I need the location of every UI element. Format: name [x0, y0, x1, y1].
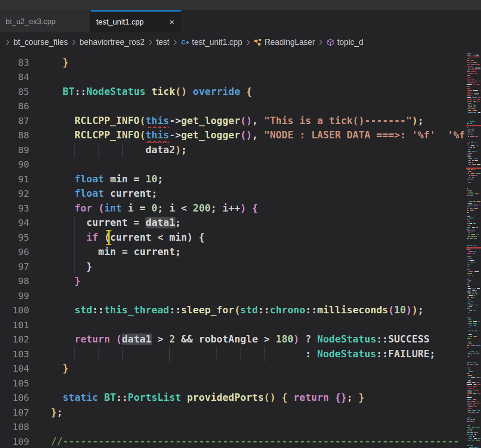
code-line[interactable]: BT::NodeStatus tick() override {: [29, 85, 466, 100]
code-token: ): [412, 305, 418, 316]
code-line[interactable]: [29, 318, 466, 333]
minimap-row: [471, 234, 475, 235]
code-line[interactable]: [29, 70, 466, 85]
line-number[interactable]: 83: [0, 56, 29, 70]
line-number[interactable]: 103: [0, 347, 29, 362]
minimap-row: [467, 421, 469, 422]
line-number[interactable]: 92: [0, 187, 29, 201]
code-line[interactable]: float current;: [29, 187, 466, 201]
minimap-row: [468, 108, 470, 109]
line-number[interactable]: 88: [0, 128, 29, 143]
line-number[interactable]: 105: [0, 376, 29, 391]
breadcrumb-item-bt_course_files[interactable]: bt_course_files: [13, 37, 68, 47]
code-line[interactable]: data2);: [29, 143, 466, 158]
minimap-row: [468, 234, 470, 235]
code-line[interactable]: min = current;: [29, 245, 466, 260]
code-line[interactable]: }: [29, 361, 466, 376]
code-line[interactable]: RCLCPP_INFO(this->get_logger(), "NODE : …: [29, 128, 466, 143]
line-number[interactable]: 102: [0, 332, 29, 347]
tab-test_unit1.cpp[interactable]: test_unit1.cpp×: [91, 10, 181, 32]
editor-line: 89 data2);: [0, 143, 466, 158]
line-number[interactable]: 94: [0, 216, 29, 230]
code-line[interactable]: for (int i = 0; i < 200; i++) {: [29, 201, 466, 216]
breadcrumb-item-behaviortree_ros2[interactable]: behaviortree_ros2: [80, 37, 145, 47]
code-line[interactable]: RCLCPP_INFO(this->get_logger(), "This is…: [29, 114, 466, 129]
code-line[interactable]: std::this_thread::sleep_for(std::chrono:…: [29, 303, 466, 318]
line-number[interactable]: 101: [0, 318, 29, 333]
minimap-row: [467, 417, 470, 418]
line-number[interactable]: 108: [0, 420, 29, 435]
code-line[interactable]: : NodeStatus::FAILURE;: [29, 347, 466, 362]
code-line[interactable]: [29, 420, 466, 435]
breadcrumb-label: topic_d: [337, 37, 363, 47]
minimap-row: [467, 397, 472, 398]
line-number[interactable]: 90: [0, 157, 29, 172]
code-line[interactable]: float min = 10;: [29, 172, 466, 187]
code-line[interactable]: [29, 289, 466, 304]
line-number[interactable]: 98: [0, 274, 29, 289]
minimap[interactable]: [466, 52, 481, 448]
code-line[interactable]: static BT::PortsList providedPorts() { r…: [29, 391, 466, 405]
line-number[interactable]: 106: [0, 391, 29, 405]
line-number[interactable]: 104: [0, 361, 29, 376]
code-line[interactable]: if (current < min) {: [29, 230, 466, 245]
minimap-row: [467, 260, 469, 261]
code-line[interactable]: [29, 157, 466, 172]
code-line[interactable]: //--------------------------------------…: [29, 435, 466, 448]
line-number[interactable]: 91: [0, 172, 29, 187]
breadcrumb-item-test[interactable]: test: [156, 37, 169, 47]
line-number[interactable]: 84: [0, 70, 29, 85]
code-line[interactable]: [29, 376, 466, 391]
line-number[interactable]: 85: [0, 85, 29, 100]
code-token: (): [175, 86, 187, 97]
tab-close-icon[interactable]: ×: [169, 18, 174, 26]
code-token: std: [240, 305, 258, 316]
minimap-row: [473, 90, 478, 91]
indent-guide: [51, 289, 51, 304]
code-line[interactable]: current = data1;: [29, 216, 466, 230]
minimap-row: [472, 290, 476, 291]
minimap-row: [467, 206, 469, 207]
minimap-row: [469, 271, 473, 272]
minimap-row: [467, 210, 468, 211]
code-text: float current;: [51, 188, 157, 199]
code-line[interactable]: }: [29, 274, 466, 289]
code-editor[interactable]: ");83 }8485 BT::NodeStatus tick() overri…: [0, 52, 466, 448]
minimap-row: [466, 247, 481, 249]
minimap-row: [469, 334, 472, 335]
line-number[interactable]: 89: [0, 143, 29, 158]
line-number[interactable]: 109: [0, 435, 29, 448]
breadcrumb-label: behaviortree_ros2: [80, 37, 145, 47]
tab-bt_u2_ex3.cpp[interactable]: bt_u2_ex3.cpp: [0, 10, 91, 32]
line-number[interactable]: 87: [0, 114, 29, 129]
breadcrumb-item-ReadingLaser[interactable]: ReadingLaser: [254, 37, 315, 47]
breadcrumb-item-test_unit1.cpp[interactable]: C+test_unit1.cpp: [181, 37, 242, 47]
code-line[interactable]: }: [29, 260, 466, 274]
line-number[interactable]: 99: [0, 289, 29, 304]
code-token: 2: [169, 334, 175, 345]
minimap-row: [468, 136, 469, 137]
minimap-row: [468, 203, 472, 204]
code-line[interactable]: ");: [29, 52, 466, 56]
code-line[interactable]: [29, 99, 466, 114]
minimap-row: [475, 175, 477, 176]
line-number[interactable]: 86: [0, 99, 29, 114]
code-line[interactable]: return (data1 > 2 && robotAngle > 180) ?…: [29, 332, 466, 347]
line-number[interactable]: 97: [0, 260, 29, 274]
code-token: }: [358, 392, 364, 403]
code-token: data2: [146, 144, 175, 156]
line-number[interactable]: 107: [0, 405, 29, 420]
line-number[interactable]: 95: [0, 230, 29, 245]
line-number[interactable]: [0, 52, 29, 56]
code-line[interactable]: };: [29, 405, 466, 420]
code-line[interactable]: }: [29, 56, 466, 70]
code-token: this: [146, 130, 169, 141]
code-token: [329, 392, 335, 403]
breadcrumb-item-topic_d[interactable]: topic_d: [327, 37, 363, 47]
line-number[interactable]: 96: [0, 245, 29, 260]
editor-line: 97 }: [0, 260, 466, 274]
minimap-row: [468, 129, 470, 130]
line-number[interactable]: 100: [0, 303, 29, 318]
line-number[interactable]: 93: [0, 201, 29, 216]
minimap-row: [471, 419, 472, 420]
